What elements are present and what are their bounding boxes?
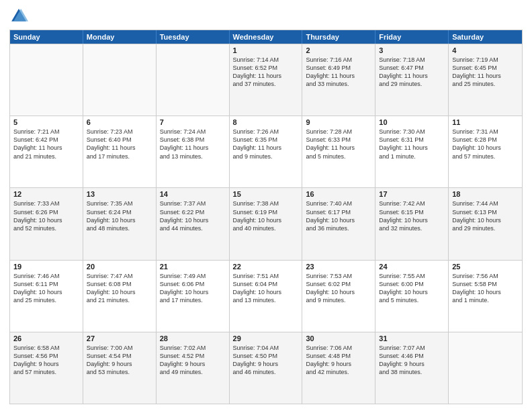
day-cell-1: 1Sunrise: 7:14 AM Sunset: 6:52 PM Daylig… <box>230 44 303 116</box>
day-number: 18 <box>452 190 519 198</box>
day-number: 12 <box>13 190 79 198</box>
day-number: 22 <box>233 263 299 271</box>
calendar-body: 1Sunrise: 7:14 AM Sunset: 6:52 PM Daylig… <box>10 44 522 404</box>
day-info: Sunrise: 7:04 AM Sunset: 4:50 PM Dayligh… <box>233 344 299 377</box>
day-number: 23 <box>306 263 371 271</box>
day-cell-30: 30Sunrise: 7:06 AM Sunset: 4:48 PM Dayli… <box>302 332 375 404</box>
day-info: Sunrise: 7:14 AM Sunset: 6:52 PM Dayligh… <box>233 56 299 89</box>
day-number: 31 <box>379 334 445 342</box>
day-number: 26 <box>13 334 79 342</box>
day-info: Sunrise: 7:21 AM Sunset: 6:42 PM Dayligh… <box>13 128 79 161</box>
day-cell-18: 18Sunrise: 7:44 AM Sunset: 6:13 PM Dayli… <box>449 188 522 259</box>
empty-cell <box>449 332 522 404</box>
day-cell-14: 14Sunrise: 7:37 AM Sunset: 6:22 PM Dayli… <box>157 188 230 259</box>
day-cell-6: 6Sunrise: 7:23 AM Sunset: 6:40 PM Daylig… <box>83 116 157 187</box>
day-number: 25 <box>452 263 519 271</box>
logo-icon <box>9 7 28 26</box>
day-number: 17 <box>379 190 445 198</box>
day-cell-24: 24Sunrise: 7:55 AM Sunset: 6:00 PM Dayli… <box>375 261 449 332</box>
day-info: Sunrise: 7:53 AM Sunset: 6:02 PM Dayligh… <box>306 272 371 305</box>
day-number: 8 <box>233 118 299 126</box>
day-info: Sunrise: 7:28 AM Sunset: 6:33 PM Dayligh… <box>306 128 371 161</box>
day-info: Sunrise: 7:33 AM Sunset: 6:26 PM Dayligh… <box>13 199 79 232</box>
calendar-header: SundayMondayTuesdayWednesdayThursdayFrid… <box>10 30 522 44</box>
day-number: 5 <box>13 118 79 126</box>
day-number: 11 <box>452 118 519 126</box>
day-cell-7: 7Sunrise: 7:24 AM Sunset: 6:38 PM Daylig… <box>157 116 230 187</box>
day-cell-10: 10Sunrise: 7:30 AM Sunset: 6:31 PM Dayli… <box>375 116 449 187</box>
day-info: Sunrise: 7:35 AM Sunset: 6:24 PM Dayligh… <box>87 199 152 232</box>
day-info: Sunrise: 7:23 AM Sunset: 6:40 PM Dayligh… <box>87 128 152 161</box>
day-cell-26: 26Sunrise: 6:58 AM Sunset: 4:56 PM Dayli… <box>10 332 83 404</box>
day-cell-23: 23Sunrise: 7:53 AM Sunset: 6:02 PM Dayli… <box>302 261 375 332</box>
day-cell-12: 12Sunrise: 7:33 AM Sunset: 6:26 PM Dayli… <box>10 188 83 259</box>
day-number: 27 <box>87 334 152 342</box>
day-number: 14 <box>160 190 226 198</box>
day-header-thursday: Thursday <box>302 30 375 44</box>
day-number: 19 <box>13 263 79 271</box>
day-cell-4: 4Sunrise: 7:19 AM Sunset: 6:45 PM Daylig… <box>449 44 522 116</box>
day-cell-5: 5Sunrise: 7:21 AM Sunset: 6:42 PM Daylig… <box>10 116 83 187</box>
day-cell-27: 27Sunrise: 7:00 AM Sunset: 4:54 PM Dayli… <box>83 332 157 404</box>
logo <box>9 7 31 26</box>
day-cell-31: 31Sunrise: 7:07 AM Sunset: 4:46 PM Dayli… <box>375 332 449 404</box>
day-cell-8: 8Sunrise: 7:26 AM Sunset: 6:35 PM Daylig… <box>230 116 303 187</box>
day-info: Sunrise: 7:46 AM Sunset: 6:11 PM Dayligh… <box>13 272 79 305</box>
day-info: Sunrise: 7:18 AM Sunset: 6:47 PM Dayligh… <box>379 56 445 89</box>
day-number: 24 <box>379 263 445 271</box>
day-info: Sunrise: 7:02 AM Sunset: 4:52 PM Dayligh… <box>160 344 226 377</box>
day-cell-11: 11Sunrise: 7:31 AM Sunset: 6:28 PM Dayli… <box>449 116 522 187</box>
day-number: 30 <box>306 334 371 342</box>
day-cell-21: 21Sunrise: 7:49 AM Sunset: 6:06 PM Dayli… <box>157 261 230 332</box>
day-cell-17: 17Sunrise: 7:42 AM Sunset: 6:15 PM Dayli… <box>375 188 449 259</box>
day-number: 6 <box>87 118 152 126</box>
day-cell-9: 9Sunrise: 7:28 AM Sunset: 6:33 PM Daylig… <box>302 116 375 187</box>
day-cell-19: 19Sunrise: 7:46 AM Sunset: 6:11 PM Dayli… <box>10 261 83 332</box>
day-header-saturday: Saturday <box>449 30 522 44</box>
day-header-monday: Monday <box>83 30 157 44</box>
day-number: 21 <box>160 263 226 271</box>
empty-cell <box>157 44 230 116</box>
day-cell-13: 13Sunrise: 7:35 AM Sunset: 6:24 PM Dayli… <box>83 188 157 259</box>
day-info: Sunrise: 7:55 AM Sunset: 6:00 PM Dayligh… <box>379 272 445 305</box>
day-number: 28 <box>160 334 226 342</box>
empty-cell <box>83 44 157 116</box>
day-number: 29 <box>233 334 299 342</box>
day-info: Sunrise: 7:30 AM Sunset: 6:31 PM Dayligh… <box>379 128 445 161</box>
day-info: Sunrise: 7:16 AM Sunset: 6:49 PM Dayligh… <box>306 56 371 89</box>
day-number: 15 <box>233 190 299 198</box>
header <box>9 7 523 26</box>
day-number: 2 <box>306 46 371 54</box>
day-info: Sunrise: 7:44 AM Sunset: 6:13 PM Dayligh… <box>452 199 519 232</box>
day-info: Sunrise: 7:00 AM Sunset: 4:54 PM Dayligh… <box>87 344 152 377</box>
week-row-2: 5Sunrise: 7:21 AM Sunset: 6:42 PM Daylig… <box>10 116 522 187</box>
week-row-4: 19Sunrise: 7:46 AM Sunset: 6:11 PM Dayli… <box>10 260 522 332</box>
day-number: 1 <box>233 46 299 54</box>
day-header-wednesday: Wednesday <box>230 30 303 44</box>
day-number: 16 <box>306 190 371 198</box>
day-cell-28: 28Sunrise: 7:02 AM Sunset: 4:52 PM Dayli… <box>157 332 230 404</box>
day-info: Sunrise: 7:56 AM Sunset: 5:58 PM Dayligh… <box>452 272 519 305</box>
day-cell-25: 25Sunrise: 7:56 AM Sunset: 5:58 PM Dayli… <box>449 261 522 332</box>
day-cell-20: 20Sunrise: 7:47 AM Sunset: 6:08 PM Dayli… <box>83 261 157 332</box>
week-row-3: 12Sunrise: 7:33 AM Sunset: 6:26 PM Dayli… <box>10 187 522 259</box>
day-cell-3: 3Sunrise: 7:18 AM Sunset: 6:47 PM Daylig… <box>375 44 449 116</box>
calendar: SundayMondayTuesdayWednesdayThursdayFrid… <box>9 30 523 404</box>
day-cell-2: 2Sunrise: 7:16 AM Sunset: 6:49 PM Daylig… <box>302 44 375 116</box>
day-header-friday: Friday <box>375 30 449 44</box>
day-info: Sunrise: 7:51 AM Sunset: 6:04 PM Dayligh… <box>233 272 299 305</box>
day-info: Sunrise: 7:49 AM Sunset: 6:06 PM Dayligh… <box>160 272 226 305</box>
day-info: Sunrise: 7:26 AM Sunset: 6:35 PM Dayligh… <box>233 128 299 161</box>
day-cell-22: 22Sunrise: 7:51 AM Sunset: 6:04 PM Dayli… <box>230 261 303 332</box>
day-number: 10 <box>379 118 445 126</box>
day-info: Sunrise: 7:47 AM Sunset: 6:08 PM Dayligh… <box>87 272 152 305</box>
day-info: Sunrise: 7:24 AM Sunset: 6:38 PM Dayligh… <box>160 128 226 161</box>
day-info: Sunrise: 7:40 AM Sunset: 6:17 PM Dayligh… <box>306 199 371 232</box>
day-number: 13 <box>87 190 152 198</box>
week-row-1: 1Sunrise: 7:14 AM Sunset: 6:52 PM Daylig… <box>10 44 522 116</box>
page: SundayMondayTuesdayWednesdayThursdayFrid… <box>0 0 532 411</box>
day-cell-16: 16Sunrise: 7:40 AM Sunset: 6:17 PM Dayli… <box>302 188 375 259</box>
empty-cell <box>10 44 83 116</box>
day-header-sunday: Sunday <box>10 30 83 44</box>
day-number: 7 <box>160 118 226 126</box>
